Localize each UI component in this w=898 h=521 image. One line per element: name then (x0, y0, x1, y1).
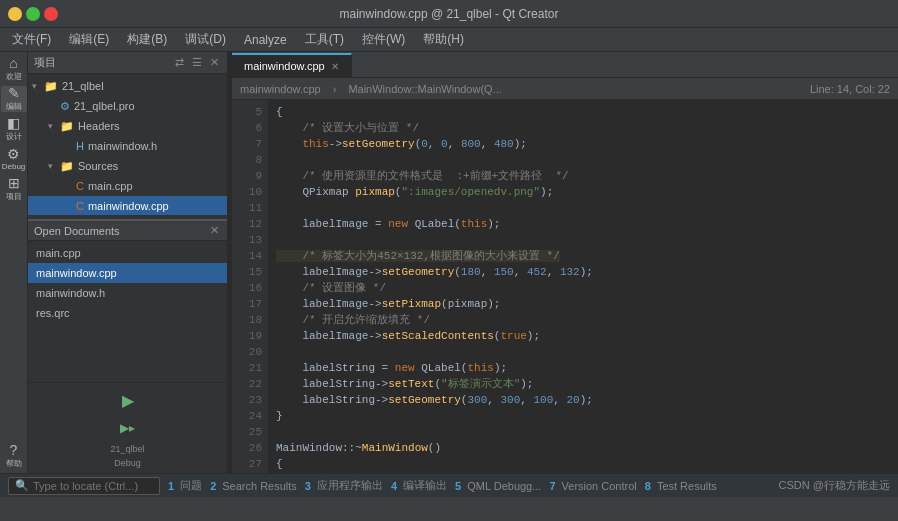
editor-tab-mainwindow-cpp[interactable]: mainwindow.cpp ✕ (232, 53, 352, 77)
design-icon: ◧ (7, 116, 20, 130)
folder-icon: 📁 (60, 160, 74, 173)
welcome-icon: ⌂ (9, 56, 17, 70)
run-label: 21_qlbel (109, 443, 145, 455)
help-icon: ? (10, 443, 18, 457)
status-test-results[interactable]: 8 Test Results (645, 480, 717, 492)
status-app-output[interactable]: 3 应用程序输出 (305, 478, 383, 493)
tree-item-headers[interactable]: ▾ 📁 Headers (28, 116, 227, 136)
open-docs-controls: ✕ (208, 224, 221, 237)
open-docs-title: Open Documents (34, 225, 120, 237)
open-doc-mainwindow-h[interactable]: mainwindow.h (28, 283, 227, 303)
locate-input[interactable] (33, 480, 153, 492)
maximize-button[interactable] (26, 7, 40, 21)
open-doc-main-cpp[interactable]: main.cpp (28, 243, 227, 263)
open-docs-ctrl[interactable]: ✕ (208, 224, 221, 237)
menu-file[interactable]: 文件(F) (4, 29, 59, 50)
editor-tab-bar: mainwindow.cpp ✕ (232, 52, 898, 78)
run-button[interactable]: ▶ (115, 387, 141, 413)
status-problems[interactable]: 1 问题 (168, 478, 202, 493)
open-doc-res-qrc[interactable]: res.qrc (28, 303, 227, 323)
tab-label: mainwindow.cpp (244, 60, 325, 72)
projects-icon: ⊞ (8, 176, 20, 190)
tree-item-main-cpp[interactable]: C main.cpp (28, 176, 227, 196)
open-doc-mainwindow-cpp[interactable]: mainwindow.cpp (28, 263, 227, 283)
tree-item-mainwindow-cpp[interactable]: C mainwindow.cpp (28, 196, 227, 215)
folder-icon: 📁 (44, 80, 58, 93)
search-icon: 🔍 (15, 479, 29, 492)
edit-icon: ✎ (8, 86, 20, 100)
menubar: 文件(F) 编辑(E) 构建(B) 调试(D) Analyze 工具(T) 控件… (0, 28, 898, 52)
open-docs-header: Open Documents ✕ (28, 219, 227, 241)
project-panel-header: 项目 ⇄ ☰ ✕ (28, 52, 227, 74)
project-tree: ▾ 📁 21_qlbel ⚙ 21_qlbel.pro ▾ 📁 Headers … (28, 74, 227, 215)
status-qml-debug[interactable]: 5 QML Debugg... (455, 480, 541, 492)
project-panel-title: 项目 (34, 55, 56, 70)
sidebar-item-projects[interactable]: ⊞ 项目 (1, 176, 27, 202)
tree-item-mainwindow-h[interactable]: H mainwindow.h (28, 136, 227, 156)
open-docs-list: main.cpp mainwindow.cpp mainwindow.h res… (28, 241, 227, 382)
menu-analyze[interactable]: Analyze (236, 31, 295, 49)
panel-header-controls: ⇄ ☰ ✕ (173, 56, 221, 69)
cpp-file-icon: C (76, 200, 84, 212)
debug-label: Debug (113, 457, 142, 469)
close-button[interactable] (44, 7, 58, 21)
line-numbers: 5 6 7 8 9 10 11 12 13 14 15 16 17 18 19 … (232, 100, 268, 473)
folder-icon: 📁 (60, 120, 74, 133)
tree-item-sources[interactable]: ▾ 📁 Sources (28, 156, 227, 176)
menu-debug[interactable]: 调试(D) (177, 29, 234, 50)
status-search-results[interactable]: 2 Search Results (210, 480, 297, 492)
panel-close-btn[interactable]: ✕ (208, 56, 221, 69)
sidebar-item-welcome[interactable]: ⌂ 欢迎 (1, 56, 27, 82)
watermark: CSDN @行稳方能走远 (779, 478, 890, 493)
tab-close-icon[interactable]: ✕ (331, 61, 339, 72)
tree-item-root[interactable]: ▾ 📁 21_qlbel (28, 76, 227, 96)
status-version-control[interactable]: 7 Version Control (549, 480, 636, 492)
sidebar-item-design[interactable]: ◧ 设计 (1, 116, 27, 142)
titlebar: mainwindow.cpp @ 21_qlbel - Qt Creator (0, 0, 898, 28)
sidebar-item-edit[interactable]: ✎ 编辑 (1, 86, 27, 112)
run-debug-sidebar: ▶ ▶▸ 21_qlbel Debug (28, 382, 227, 473)
code-editor[interactable]: { /* 设置大小与位置 */ this->setGeometry(0, 0, … (268, 100, 898, 473)
menu-build[interactable]: 构建(B) (119, 29, 175, 50)
pro-file-icon: ⚙ (60, 100, 70, 113)
sidebar-item-debug[interactable]: ⚙ Debug (1, 146, 27, 172)
editor-filename: mainwindow.cpp (240, 83, 321, 95)
tree-item-pro[interactable]: ⚙ 21_qlbel.pro (28, 96, 227, 116)
sidebar-item-help[interactable]: ? 帮助 (1, 443, 27, 469)
menu-edit[interactable]: 编辑(E) (61, 29, 117, 50)
minimize-button[interactable] (8, 7, 22, 21)
cpp-file-icon: C (76, 180, 84, 192)
code-view[interactable]: 5 6 7 8 9 10 11 12 13 14 15 16 17 18 19 … (232, 100, 898, 473)
editor-breadcrumb: MainWindow::MainWindow(Q... (348, 83, 501, 95)
project-panel: 项目 ⇄ ☰ ✕ ▾ 📁 21_qlbel ⚙ 21_qlbel.pro (28, 52, 228, 473)
editor-position: Line: 14, Col: 22 (810, 83, 890, 95)
panel-sync-btn[interactable]: ⇄ (173, 56, 186, 69)
menu-help[interactable]: 帮助(H) (415, 29, 472, 50)
debug-run-button[interactable]: ▶▸ (115, 415, 141, 441)
h-file-icon: H (76, 140, 84, 152)
editor-info-bar: mainwindow.cpp › MainWindow::MainWindow(… (232, 78, 898, 100)
panel-filter-btn[interactable]: ☰ (190, 56, 204, 69)
editor-area: mainwindow.cpp ✕ mainwindow.cpp › MainWi… (232, 52, 898, 473)
menu-controls[interactable]: 控件(W) (354, 29, 413, 50)
debug-icon: ⚙ (7, 147, 20, 161)
status-compile-output[interactable]: 4 编译输出 (391, 478, 447, 493)
search-bar[interactable]: 🔍 (8, 477, 160, 495)
statusbar: 🔍 1 问题 2 Search Results 3 应用程序输出 4 编译输出 … (0, 473, 898, 497)
window-title: mainwindow.cpp @ 21_qlbel - Qt Creator (68, 7, 830, 21)
menu-tools[interactable]: 工具(T) (297, 29, 352, 50)
main-layout: ⌂ 欢迎 ✎ 编辑 ◧ 设计 ⚙ Debug ⊞ 项目 ? 帮助 项目 ⇄ (0, 52, 898, 473)
sidebar-icons: ⌂ 欢迎 ✎ 编辑 ◧ 设计 ⚙ Debug ⊞ 项目 ? 帮助 (0, 52, 28, 473)
